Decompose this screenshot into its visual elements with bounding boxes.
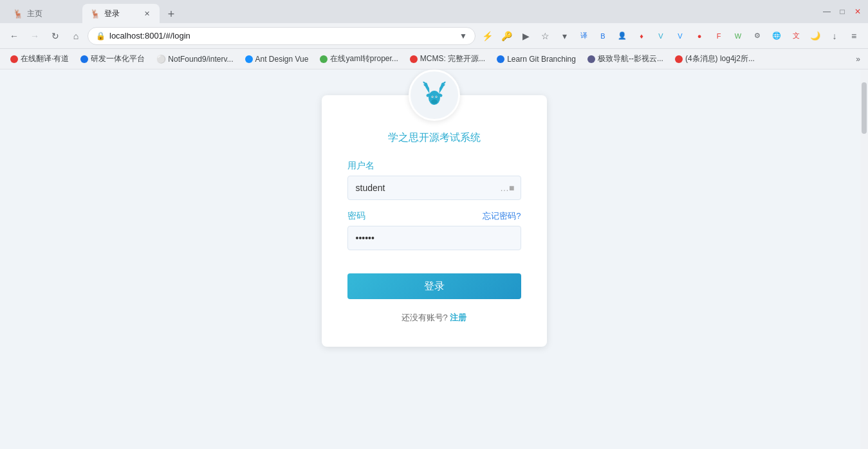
tab-login[interactable]: 🦌 登录 ✕ (82, 4, 160, 23)
more-bookmarks-btn[interactable]: » (853, 55, 863, 64)
expand-icon: ▼ (459, 32, 467, 41)
bookmark-yaml-label: 在线yaml转proper... (330, 53, 398, 64)
register-row: 还没有账号? 注册 (402, 312, 467, 324)
bookmark-notfound[interactable]: ⚪ NotFound9/interv... (151, 51, 238, 67)
ext3-icon[interactable]: 👤 (613, 27, 631, 45)
ext10-icon[interactable]: ⚙ (748, 27, 766, 45)
svg-point-3 (431, 100, 438, 104)
tab-login-label: 登录 (104, 8, 120, 19)
lock-icon: 🔒 (96, 32, 106, 41)
ext4-icon[interactable]: ♦ (633, 27, 651, 45)
nav-actions: ⚡ 🔑 ▶ ☆ ▾ 译 B 👤 ♦ V V ● F W ⚙ 🌐 文 🌙 ↓ ≡ (478, 27, 863, 45)
username-group: 用户名 …■ (347, 160, 521, 200)
extensions-btn[interactable]: ⚡ (478, 27, 496, 45)
register-prompt: 还没有账号? (402, 313, 448, 322)
bookmark-antdesign-label: Ant Design Vue (255, 55, 309, 64)
ext8-icon[interactable]: F (710, 27, 728, 45)
svg-point-7 (436, 96, 437, 98)
nav-bar: ← → ↻ ⌂ 🔒 localhost:8001/#/login ▼ ⚡ 🔑 ▶… (0, 23, 868, 49)
bookmark-yaml[interactable]: 在线yaml转proper... (315, 51, 403, 67)
close-button[interactable]: ✕ (853, 6, 863, 17)
username-input-wrapper: …■ (347, 176, 521, 200)
url-text: localhost:8001/#/login (109, 31, 456, 41)
browser-window: 🦌 主页 🦌 登录 ✕ + — □ ✕ ← → ↻ ⌂ 🔒 localhost:… (0, 0, 868, 449)
scrollbar[interactable] (860, 69, 868, 449)
ext12-icon[interactable]: 文 (787, 27, 805, 45)
bookmark-log4j[interactable]: (4条消息) log4j2所... (670, 51, 760, 67)
bookmark-devplatform[interactable]: 研发一体化平台 (75, 51, 150, 67)
password-label: 密码 (347, 210, 365, 222)
login-button[interactable]: 登录 (347, 273, 521, 299)
address-bar[interactable]: 🔒 localhost:8001/#/login ▼ (88, 27, 476, 45)
ext2-icon[interactable]: B (594, 27, 612, 45)
password-group: 密码 忘记密码? (347, 210, 521, 250)
ext11-icon[interactable]: 🌐 (768, 27, 786, 45)
tab-home-label: 主页 (27, 8, 42, 19)
title-bar: 🦌 主页 🦌 登录 ✕ + — □ ✕ (0, 0, 868, 23)
profile-btn[interactable]: ▾ (555, 27, 573, 45)
scrollbar-thumb[interactable] (862, 82, 867, 134)
forward-button[interactable]: → (26, 27, 44, 45)
bookmark-btn[interactable]: ☆ (536, 27, 554, 45)
password-input-wrapper (347, 226, 521, 250)
bookmark-jizhi[interactable]: 极致导航--影视云... (582, 51, 669, 67)
download-icon[interactable]: ↓ (826, 27, 844, 45)
bookmark-youdao[interactable]: 在线翻译·有道 (5, 51, 74, 67)
tab-close-btn[interactable]: ✕ (142, 8, 152, 19)
page-content: 学之思开源考试系统 用户名 …■ 密码 忘记密码? 登录 (0, 69, 868, 449)
home-button[interactable]: ⌂ (67, 27, 85, 45)
svg-point-6 (432, 96, 433, 98)
bookmark-gitbranching-label: Learn Git Branching (507, 55, 576, 64)
minimize-button[interactable]: — (822, 6, 832, 17)
bookmark-youdao-label: 在线翻译·有道 (21, 53, 69, 64)
bookmark-mcms-label: MCMS: 完整开源... (420, 53, 485, 64)
window-controls: — □ ✕ (822, 6, 863, 17)
moon-icon[interactable]: 🌙 (806, 27, 824, 45)
translate-icon[interactable]: 译 (575, 27, 593, 45)
new-tab-button[interactable]: + (162, 5, 180, 23)
reload-button[interactable]: ↻ (46, 27, 64, 45)
login-card: 学之思开源考试系统 用户名 …■ 密码 忘记密码? 登录 (322, 95, 547, 347)
maximize-button[interactable]: □ (837, 6, 847, 17)
bookmark-notfound-label: NotFound9/interv... (168, 55, 233, 64)
username-label: 用户名 (347, 160, 521, 172)
key-btn[interactable]: 🔑 (497, 27, 515, 45)
register-link[interactable]: 注册 (450, 313, 466, 322)
bookmark-antdesign[interactable]: Ant Design Vue (240, 51, 314, 67)
ext9-icon[interactable]: W (729, 27, 747, 45)
username-icon: …■ (500, 183, 514, 193)
deer-logo (418, 79, 450, 111)
password-row: 密码 忘记密码? (347, 210, 521, 222)
back-button[interactable]: ← (5, 27, 23, 45)
bookmarks-bar: 在线翻译·有道 研发一体化平台 ⚪ NotFound9/interv... An… (0, 49, 868, 69)
menu-icon[interactable]: ≡ (845, 27, 863, 45)
app-title: 学之思开源考试系统 (388, 131, 481, 145)
bookmark-mcms[interactable]: MCMS: 完整开源... (405, 51, 490, 67)
bookmark-log4j-label: (4条消息) log4j2所... (685, 53, 755, 64)
password-input[interactable] (347, 226, 521, 250)
ext6-icon[interactable]: V (671, 27, 689, 45)
forgot-password-link[interactable]: 忘记密码? (483, 210, 521, 222)
username-input[interactable] (347, 176, 521, 200)
bookmark-jizhi-label: 极致导航--影视云... (598, 53, 663, 64)
ext5-icon[interactable]: V (652, 27, 670, 45)
screenshot-btn[interactable]: ▶ (517, 27, 535, 45)
logo-circle (409, 69, 460, 121)
bookmark-devplatform-label: 研发一体化平台 (91, 53, 145, 64)
tab-bar: 🦌 主页 🦌 登录 ✕ + (5, 0, 817, 23)
tab-home[interactable]: 🦌 主页 (5, 4, 82, 23)
ext7-icon[interactable]: ● (690, 27, 708, 45)
bookmark-gitbranching[interactable]: Learn Git Branching (492, 51, 581, 67)
